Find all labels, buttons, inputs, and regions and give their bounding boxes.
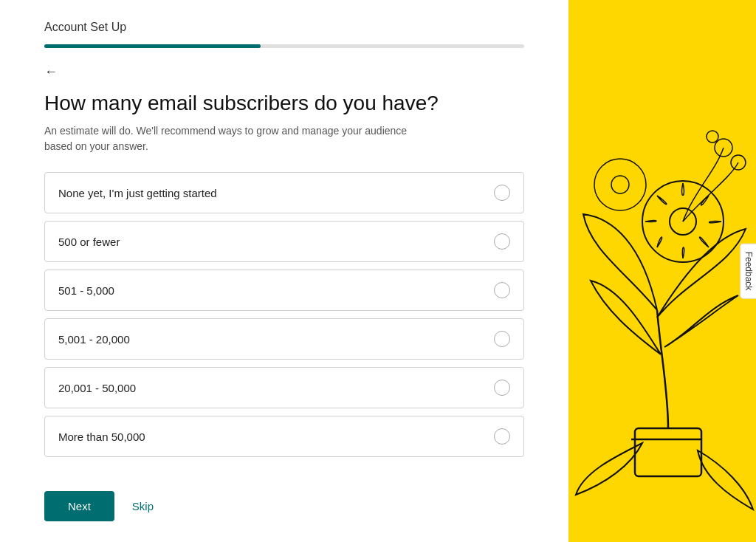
back-button[interactable]: ← xyxy=(44,64,524,80)
svg-point-4 xyxy=(594,159,646,210)
plant-illustration xyxy=(568,0,756,542)
svg-rect-0 xyxy=(635,428,701,476)
radio-500-fewer xyxy=(494,233,510,250)
left-panel: Account Set Up ← How many email subscrib… xyxy=(0,0,568,542)
sub-text: An estimate will do. We'll recommend way… xyxy=(44,123,428,154)
option-20001-50000[interactable]: 20,001 - 50,000 xyxy=(44,367,524,408)
option-none-yet[interactable]: None yet, I'm just getting started xyxy=(44,172,524,213)
progress-bar-fill xyxy=(44,44,261,48)
progress-bar-container xyxy=(44,44,524,48)
svg-point-8 xyxy=(707,131,718,143)
options-list: None yet, I'm just getting started 500 o… xyxy=(44,172,524,457)
option-label-501-5000: 501 - 5,000 xyxy=(58,284,114,297)
option-more-50000[interactable]: More than 50,000 xyxy=(44,416,524,457)
actions-row: Next Skip xyxy=(44,491,524,521)
option-label-20001-50000: 20,001 - 50,000 xyxy=(58,382,136,394)
page-title: Account Set Up xyxy=(44,21,524,34)
option-5001-20000[interactable]: 5,001 - 20,000 xyxy=(44,318,524,360)
option-label-5001-20000: 5,001 - 20,000 xyxy=(58,333,130,346)
right-panel: Feedback xyxy=(568,0,756,542)
option-500-fewer[interactable]: 500 or fewer xyxy=(44,221,524,262)
main-question: How many email subscribers do you have? xyxy=(44,90,524,116)
feedback-tab[interactable]: Feedback xyxy=(740,244,756,299)
skip-button[interactable]: Skip xyxy=(132,500,154,512)
option-label-more-50000: More than 50,000 xyxy=(58,430,145,443)
radio-none-yet xyxy=(494,185,510,201)
option-label-500-fewer: 500 or fewer xyxy=(58,236,120,248)
radio-5001-20000 xyxy=(494,331,510,347)
next-button[interactable]: Next xyxy=(44,491,114,521)
radio-more-50000 xyxy=(494,428,510,445)
option-501-5000[interactable]: 501 - 5,000 xyxy=(44,270,524,311)
svg-point-5 xyxy=(611,176,629,193)
radio-501-5000 xyxy=(494,282,510,298)
radio-20001-50000 xyxy=(494,380,510,396)
option-label-none-yet: None yet, I'm just getting started xyxy=(58,187,217,199)
